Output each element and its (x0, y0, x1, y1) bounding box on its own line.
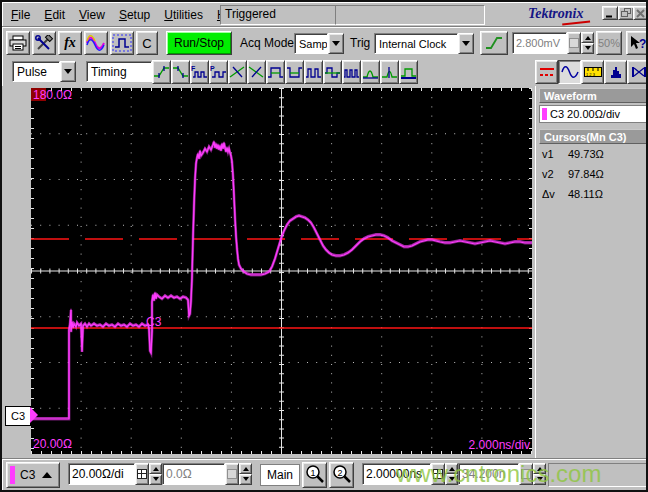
increment-button[interactable] (445, 463, 458, 474)
increment-button[interactable] (581, 32, 594, 43)
vertical-bottom-label: 20.00Ω (33, 437, 72, 451)
cursors-button[interactable] (535, 60, 558, 84)
svg-text:1 2 3: 1 2 3 (586, 72, 596, 77)
pulse-area-measure-button[interactable] (399, 60, 418, 84)
increment-button[interactable] (533, 463, 546, 474)
vertical-offset-input[interactable]: 0.0Ω (162, 463, 225, 485)
keypad-icon[interactable] (567, 32, 581, 54)
close-button[interactable] (633, 6, 648, 20)
zoom-1-button[interactable]: 1 (302, 462, 327, 488)
mask-eye-icon (630, 65, 648, 79)
timebase-spinner: 2.00000ns (362, 463, 458, 485)
frequency-measure-button[interactable]: F (190, 60, 209, 84)
decrement-button[interactable] (445, 474, 458, 485)
horizontal-position-input[interactable]: 34.200n (458, 463, 519, 485)
acq-mode-dropdown-button[interactable] (328, 33, 344, 54)
menu-file[interactable]: File (4, 5, 37, 24)
oscilloscope-window: File Edit View Setup Utilities Help Trig… (0, 0, 648, 492)
print-button[interactable] (6, 31, 30, 55)
keypad-icon[interactable] (431, 463, 445, 485)
trace-color-swatch (542, 108, 547, 120)
waveform-display-icon (561, 65, 579, 79)
increment-button[interactable] (239, 463, 252, 474)
minimize-icon (605, 9, 615, 18)
vertical-top-label: 180.0Ω (33, 88, 72, 102)
falling-edge-cross-measure-button[interactable] (247, 60, 266, 84)
menu-view[interactable]: View (72, 5, 112, 24)
mask-eye-button[interactable] (627, 60, 648, 84)
run-stop-button[interactable]: Run/Stop (166, 31, 232, 55)
pulse-select-icon (112, 34, 132, 52)
cycle-area-measure-button[interactable] (323, 60, 342, 84)
c-marker-button[interactable]: C (136, 31, 158, 55)
negative-width-icon (286, 65, 303, 79)
pulse-select-button[interactable] (110, 31, 134, 55)
acq-mode-label: Acq Mode (240, 36, 294, 50)
chevron-down-icon (64, 69, 72, 78)
restore-button[interactable] (618, 6, 634, 20)
graticule[interactable] (31, 88, 532, 454)
trig-dropdown-button[interactable] (458, 33, 474, 54)
formula-button[interactable]: fx (58, 31, 82, 55)
fall-time-measure-button[interactable] (171, 60, 190, 84)
display-mode-toolbar: 1 2 3 (535, 60, 648, 84)
keypad-icon[interactable] (135, 463, 149, 485)
negative-width-measure-button[interactable] (285, 60, 304, 84)
waveform-display-button[interactable] (558, 60, 581, 84)
set-50-button[interactable]: 50% (596, 31, 622, 55)
waveform-header: Waveform (539, 88, 647, 103)
timebase-label: 2.000ns/div (442, 438, 530, 452)
positive-peak-measure-button[interactable] (361, 60, 380, 84)
bottombar-empty-panel (548, 463, 648, 487)
context-help-button[interactable]: ? (626, 31, 648, 55)
pulse-train-measure-button[interactable] (342, 60, 361, 84)
menu-edit[interactable]: Edit (37, 5, 72, 24)
rise-time-icon (153, 65, 170, 79)
menu-setup[interactable]: Setup (112, 5, 157, 24)
formula-icon: fx (64, 35, 76, 51)
pulse-dropdown-button[interactable] (60, 61, 76, 82)
channel-marker[interactable]: C3 (5, 406, 31, 426)
rising-edge-cross-measure-button[interactable] (228, 60, 247, 84)
vertical-scale-input[interactable]: 20.00Ω/di (68, 463, 135, 485)
measure-ruler-button[interactable]: 1 2 3 (581, 60, 604, 84)
period-measure-button[interactable]: P (209, 60, 228, 84)
histogram-button[interactable] (604, 60, 627, 84)
rise-time-measure-button[interactable] (152, 60, 171, 84)
timebase-view-box[interactable]: Main (260, 464, 300, 486)
frequency-icon: F (191, 65, 208, 79)
trig-slope-button[interactable] (480, 31, 508, 55)
decrement-button[interactable] (581, 43, 594, 54)
decrement-button[interactable] (239, 474, 252, 485)
down-arrow-icon (585, 46, 591, 53)
waveform-list-item[interactable]: C3 20.00Ω/div (539, 105, 647, 123)
up-arrow-icon (449, 464, 455, 471)
zoom-2-button[interactable]: 2 (329, 462, 354, 488)
trig-source-dropdown[interactable]: Internal Clock (374, 33, 474, 54)
histogram-icon (607, 65, 625, 79)
positive-width-measure-button[interactable] (266, 60, 285, 84)
keypad-icon[interactable] (225, 463, 239, 485)
waveform-color-button[interactable] (84, 31, 108, 55)
waveform-color-icon (86, 35, 106, 51)
trig-level-input[interactable]: 2.800mV (512, 32, 567, 54)
channel-marker-arrow-icon (30, 407, 46, 423)
fall-time-icon (172, 65, 189, 79)
channel-select-button[interactable]: C3 (6, 462, 60, 488)
menu-utilities[interactable]: Utilities (157, 5, 210, 24)
decrement-button[interactable] (149, 474, 162, 485)
negative-peak-measure-button[interactable] (380, 60, 399, 84)
tools-button[interactable] (32, 31, 56, 55)
pulse-mode-dropdown[interactable]: Pulse (12, 61, 76, 82)
decrement-button[interactable] (533, 474, 546, 485)
readout-sidebar: Waveform C3 20.00Ω/div Cursors(Mn C3) v1… (535, 86, 648, 458)
timebase-input[interactable]: 2.00000ns (362, 463, 431, 485)
increment-button[interactable] (149, 463, 162, 474)
minimize-button[interactable] (602, 6, 618, 20)
trigger-status: Triggered (220, 5, 338, 25)
keypad-icon[interactable] (519, 463, 533, 485)
pulse-area-icon (400, 65, 417, 79)
acq-mode-dropdown[interactable]: Sample (294, 33, 344, 54)
burst-width-measure-button[interactable] (304, 60, 323, 84)
channel-color-swatch (10, 466, 15, 484)
